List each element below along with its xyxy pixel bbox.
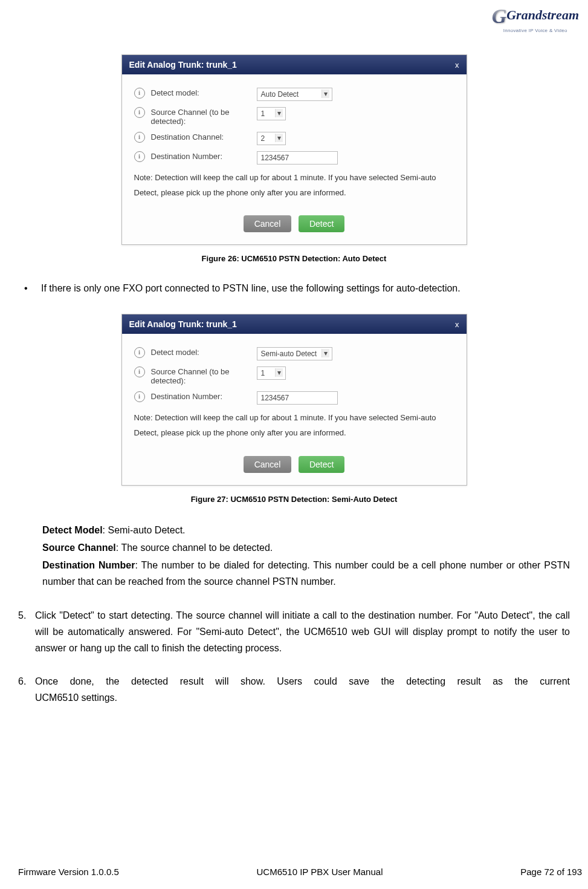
info-icon: i [134, 391, 145, 402]
info-icon: i [134, 366, 145, 377]
step-number: 6. [18, 673, 35, 706]
select-detect-model[interactable]: Auto Detect [257, 88, 332, 101]
page-footer: Firmware Version 1.0.0.5 UCM6510 IP PBX … [0, 867, 588, 877]
close-icon[interactable]: x [455, 60, 459, 70]
figure-caption-26: Figure 26: UCM6510 PSTN Detection: Auto … [18, 254, 570, 263]
info-icon: i [134, 151, 145, 162]
step-5: 5. Click "Detect" to start detecting. Th… [18, 607, 570, 657]
step-text: Click "Detect" to start detecting. The s… [35, 607, 570, 657]
dialog-header: Edit Analog Trunk: trunk_1 x [122, 314, 467, 334]
info-icon: i [134, 132, 145, 143]
info-icon: i [134, 107, 145, 118]
detect-button[interactable]: Detect [299, 215, 344, 232]
footer-page-number: Page 72 of 193 [520, 867, 582, 877]
label-dest-channel: Destination Channel: [151, 132, 257, 142]
figure-caption-27: Figure 27: UCM6510 PSTN Detection: Semi-… [18, 495, 570, 504]
step6-line2: UCM6510 settings. [35, 689, 570, 706]
input-dest-number[interactable]: 1234567 [257, 391, 338, 405]
dialog-header: Edit Analog Trunk: trunk_1 x [122, 55, 467, 74]
select-detect-model[interactable]: Semi-auto Detect [257, 347, 332, 360]
dialog-note: Note: Detection will keep the call up fo… [134, 411, 454, 440]
step-6: 6. Once done, the detected result will s… [18, 673, 570, 706]
definitions-block: Detect Model: Semi-auto Detect. Source C… [42, 522, 570, 590]
footer-doc-title: UCM6510 IP PBX User Manual [257, 867, 383, 877]
label-source-channel: Source Channel (to be detected): [151, 107, 257, 126]
label-detect-model: Detect model: [151, 347, 257, 357]
bullet-item: • If there is only one FXO port connecte… [24, 281, 570, 296]
step-text: Once done, the detected result will show… [35, 673, 570, 706]
cancel-button[interactable]: Cancel [244, 215, 292, 232]
info-icon: i [134, 88, 145, 99]
dialog-title: Edit Analog Trunk: trunk_1 [129, 60, 237, 70]
label-dest-number: Destination Number: [151, 391, 257, 401]
dialog-note: Note: Detection will keep the call up fo… [134, 171, 454, 200]
label-dest-number: Destination Number: [151, 151, 257, 161]
input-dest-number[interactable]: 1234567 [257, 151, 338, 164]
logo-subtext: Innovative IP Voice & Video [492, 28, 579, 33]
close-icon[interactable]: x [455, 320, 459, 329]
footer-firmware-version: Firmware Version 1.0.0.5 [18, 867, 119, 877]
dialog-title: Edit Analog Trunk: trunk_1 [129, 319, 237, 329]
cancel-button[interactable]: Cancel [244, 456, 292, 473]
dialog-edit-analog-trunk-1: Edit Analog Trunk: trunk_1 x i Detect mo… [121, 54, 467, 245]
label-source-channel: Source Channel (to be detected): [151, 366, 257, 385]
label-detect-model: Detect model: [151, 88, 257, 97]
step-number: 5. [18, 607, 35, 657]
dialog-edit-analog-trunk-2: Edit Analog Trunk: trunk_1 x i Detect mo… [121, 314, 467, 485]
select-source-channel[interactable]: 1 [257, 107, 286, 120]
select-source-channel[interactable]: 1 [257, 366, 286, 380]
logo-text: Grandstream [506, 7, 579, 22]
detect-button[interactable]: Detect [299, 456, 344, 473]
bullet-text: If there is only one FXO port connected … [41, 281, 460, 296]
select-dest-channel[interactable]: 2 [257, 132, 286, 145]
info-icon: i [134, 347, 145, 358]
brand-logo: GGrandstream Innovative IP Voice & Video [492, 5, 579, 33]
